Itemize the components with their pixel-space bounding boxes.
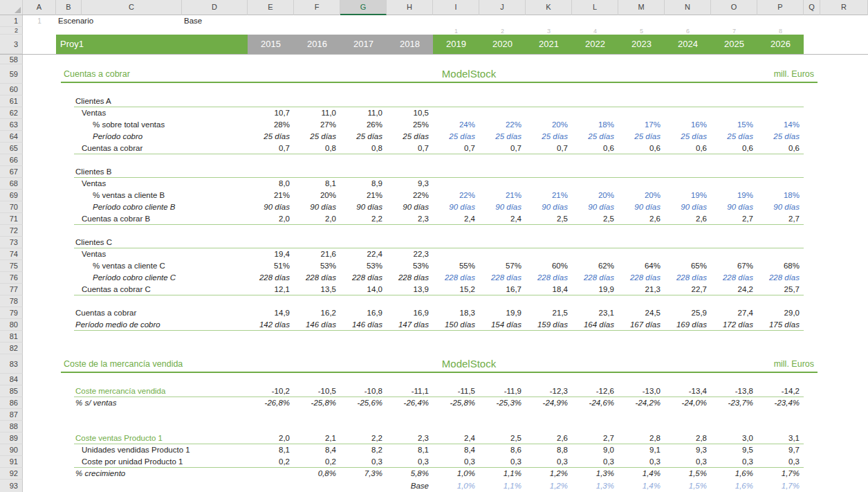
row-number[interactable]: 92 <box>0 468 23 480</box>
cell[interactable]: 25,9 <box>665 307 711 319</box>
cell[interactable]: 18,4 <box>526 284 572 295</box>
cell[interactable]: 24,5 <box>618 307 665 319</box>
row-number[interactable]: 74 <box>0 248 23 260</box>
row-label[interactable]: Coste mercancía vendida <box>75 385 165 397</box>
cell[interactable]: 0,7 <box>479 143 526 154</box>
column-header-R[interactable]: R <box>820 0 868 15</box>
cell[interactable]: 167 días <box>618 319 665 331</box>
cell[interactable]: 25 días <box>340 131 387 143</box>
cell[interactable]: 1,3% <box>572 480 618 492</box>
cell[interactable]: 18% <box>757 190 804 201</box>
cell[interactable]: 21% <box>340 190 387 201</box>
cell[interactable]: 0,3 <box>433 456 479 468</box>
cell[interactable]: 16,2 <box>294 307 340 319</box>
cell[interactable]: 53% <box>387 260 433 272</box>
cell[interactable]: 16,9 <box>387 307 433 319</box>
cell[interactable]: 228 días <box>618 272 665 284</box>
cell[interactable]: 90 días <box>433 201 479 213</box>
row-number[interactable]: 60 <box>0 84 23 95</box>
cell[interactable]: 19,4 <box>248 248 294 260</box>
year-cell[interactable]: 2023 <box>618 35 665 54</box>
cell[interactable]: -24,0% <box>665 397 711 409</box>
cell[interactable]: 25 días <box>294 131 340 143</box>
cell[interactable]: 24,2 <box>711 284 757 295</box>
cell[interactable]: -10,2 <box>248 385 294 397</box>
cell[interactable]: 53% <box>340 260 387 272</box>
cell[interactable]: 154 días <box>479 319 526 331</box>
row-number[interactable]: 87 <box>0 409 23 421</box>
cell[interactable]: 26% <box>340 119 387 131</box>
cell[interactable]: 90 días <box>526 201 572 213</box>
column-header-O[interactable]: O <box>711 0 757 15</box>
column-header-L[interactable]: L <box>572 0 618 15</box>
cell[interactable]: 2,7 <box>711 213 757 225</box>
row-number[interactable]: 93 <box>0 480 23 492</box>
cell[interactable]: 22% <box>387 190 433 201</box>
cell[interactable]: 57% <box>479 260 526 272</box>
cell[interactable]: 24% <box>433 119 479 131</box>
row-label[interactable]: Clientes C <box>75 237 112 248</box>
cell[interactable]: 21,3 <box>618 284 665 295</box>
row-number[interactable]: 83 <box>0 354 23 374</box>
cell[interactable]: 2,3 <box>387 213 433 225</box>
cell[interactable]: 1,2% <box>526 480 572 492</box>
column-header-I[interactable]: I <box>433 0 479 15</box>
section-units[interactable]: mill. Euros <box>774 64 814 84</box>
cell[interactable]: 0,6 <box>757 143 804 154</box>
row-label[interactable]: Período cobro cliente B <box>93 201 176 213</box>
cell[interactable]: 0,2 <box>248 456 294 468</box>
cell[interactable]: 21,6 <box>294 248 340 260</box>
cell[interactable]: 0,3 <box>340 456 387 468</box>
cell[interactable]: 23,1 <box>572 307 618 319</box>
cell[interactable]: 228 días <box>340 272 387 284</box>
row-number[interactable]: 58 <box>0 55 23 64</box>
year-cell[interactable]: 2024 <box>665 35 711 54</box>
cell[interactable]: 159 días <box>526 319 572 331</box>
cell[interactable]: 0,3 <box>572 456 618 468</box>
row-label[interactable]: Unidades vendidas Producto 1 <box>82 444 190 456</box>
row-label[interactable]: % s/ ventas <box>75 397 116 409</box>
cell[interactable]: 1,6% <box>711 468 757 480</box>
cell[interactable]: 2,7 <box>572 432 618 444</box>
column-header-Q[interactable]: Q <box>804 0 820 15</box>
cell[interactable]: 18,3 <box>433 307 479 319</box>
row-label[interactable]: Período cobro cliente C <box>93 272 176 284</box>
cell[interactable]: 22,7 <box>665 284 711 295</box>
row-label[interactable]: Clientes B <box>75 166 111 178</box>
row-number[interactable]: 67 <box>0 166 23 178</box>
cell[interactable]: 8,6 <box>479 444 526 456</box>
row-label[interactable]: Coste ventas Producto 1 <box>75 432 163 444</box>
cell[interactable]: 172 días <box>711 319 757 331</box>
cell[interactable]: -25,8% <box>433 397 479 409</box>
cell[interactable]: 16,7 <box>479 284 526 295</box>
cell[interactable]: 1,0% <box>433 480 479 492</box>
year-cell[interactable]: 2019 <box>433 35 479 54</box>
cell[interactable]: 2,2 <box>340 432 387 444</box>
row-number[interactable]: 78 <box>0 295 23 307</box>
column-header-C[interactable]: C <box>82 0 182 15</box>
cell[interactable]: -11,5 <box>433 385 479 397</box>
cell[interactable]: 10,7 <box>248 107 294 119</box>
project-name-band[interactable]: Proy1 <box>56 35 248 54</box>
cell[interactable]: 2,4 <box>433 213 479 225</box>
cell[interactable]: 21% <box>479 190 526 201</box>
cell[interactable]: 7,3% <box>340 468 387 480</box>
cell[interactable]: 21% <box>248 190 294 201</box>
cell[interactable]: 15% <box>711 119 757 131</box>
cell[interactable]: 11,0 <box>294 107 340 119</box>
cell[interactable]: 90 días <box>618 201 665 213</box>
cell[interactable]: 53% <box>294 260 340 272</box>
row-number[interactable]: 63 <box>0 119 23 131</box>
cell[interactable]: 8,1 <box>387 444 433 456</box>
cell[interactable]: 62% <box>572 260 618 272</box>
cell[interactable]: 8,0 <box>248 178 294 190</box>
year-cell[interactable]: 2016 <box>294 35 340 54</box>
cell[interactable]: 0,6 <box>711 143 757 154</box>
cell[interactable]: 90 días <box>572 201 618 213</box>
cell[interactable]: 0,8% <box>294 468 340 480</box>
row-number[interactable]: 64 <box>0 131 23 143</box>
cell[interactable]: -11,1 <box>387 385 433 397</box>
cell[interactable]: 8,1 <box>294 178 340 190</box>
row-label[interactable]: % ventas a cliente B <box>93 190 165 201</box>
cell[interactable]: 228 días <box>387 272 433 284</box>
